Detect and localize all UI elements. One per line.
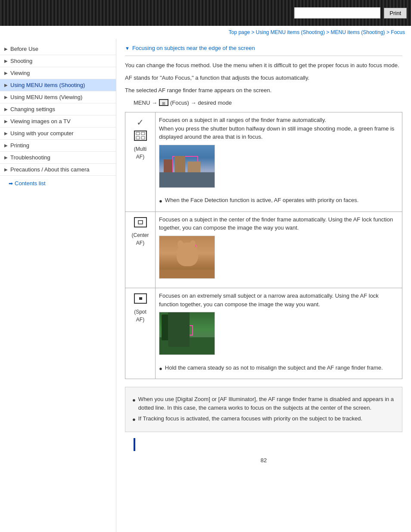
breadcrumb-menu-items[interactable]: MENU items (Shooting) xyxy=(331,29,385,35)
sidebar-label: Viewing xyxy=(10,70,30,76)
breadcrumb-top[interactable]: Top page xyxy=(229,29,250,35)
multi-af-description: Focuses on a subject in all ranges of th… xyxy=(156,112,402,212)
cat-image xyxy=(159,236,215,279)
af-icon-cell-center: (CenterAF) xyxy=(125,212,156,288)
sidebar-arrow xyxy=(4,119,8,124)
sidebar-item-precautions[interactable]: Precautions / About this camera xyxy=(0,164,116,176)
svg-rect-2 xyxy=(141,132,145,135)
sidebar-item-changing-settings[interactable]: Changing settings xyxy=(0,103,116,115)
sidebar-arrow xyxy=(4,155,8,160)
sidebar-item-using-menu-shooting[interactable]: Using MENU items (Shooting) xyxy=(0,79,116,91)
svg-rect-3 xyxy=(136,137,140,139)
focus-icon: ⊞ xyxy=(159,99,168,106)
sidebar-item-viewing-tv[interactable]: Viewing images on a TV xyxy=(0,115,116,128)
note-box: ● When you use [Digital Zoom] or [AF Ill… xyxy=(125,387,402,432)
center-af-label: (CenterAF) xyxy=(129,231,152,247)
search-input[interactable] xyxy=(294,7,380,19)
sidebar-label: Viewing images on a TV xyxy=(10,118,71,124)
sidebar-arrow xyxy=(4,71,8,75)
sidebar-item-using-computer[interactable]: Using with your computer xyxy=(0,128,116,140)
sidebar-label: Printing xyxy=(10,142,29,149)
sidebar-label: Using MENU items (Shooting) xyxy=(10,82,85,88)
menu-text-2: (Focus) → desired mode xyxy=(170,100,232,106)
menu-formula: MENU → ⊞ (Focus) → desired mode xyxy=(134,99,402,106)
sidebar-arrow xyxy=(4,131,8,136)
green-image xyxy=(159,312,215,355)
check-mark: ✓ xyxy=(129,116,152,129)
sidebar-label: Using with your computer xyxy=(10,130,74,137)
bottom-bar xyxy=(134,438,135,451)
spot-af-icon xyxy=(134,293,147,304)
center-af-icon xyxy=(134,217,147,227)
svg-rect-6 xyxy=(138,221,143,224)
multi-af-label: (MultiAF) xyxy=(129,145,152,161)
sidebar-item-before-use[interactable]: Before Use xyxy=(0,43,116,55)
intro-text-1: You can change the focus method. Use the… xyxy=(125,61,402,70)
sidebar-label: Troubleshooting xyxy=(10,154,50,161)
breadcrumb: Top page > Using MENU items (Shooting) >… xyxy=(0,26,411,39)
breadcrumb-using-menu[interactable]: Using MENU items (Shooting) xyxy=(256,29,325,35)
venice-image xyxy=(159,145,215,188)
note-bullet-1: ● When you use [Digital Zoom] or [AF Ill… xyxy=(132,395,395,412)
sidebar-arrow xyxy=(4,167,8,172)
sidebar-arrow xyxy=(4,95,8,100)
menu-text: MENU → xyxy=(134,100,157,106)
divider xyxy=(125,56,402,56)
af-icon-cell-spot: (SpotAF) xyxy=(125,288,156,379)
table-row: (CenterAF) Focuses on a subject in the c… xyxy=(125,212,402,288)
multi-af-icon xyxy=(134,131,147,141)
af-icon-cell-multi: ✓ (MultiAF) xyxy=(125,112,156,212)
center-af-description: Focuses on a subject in the center of th… xyxy=(156,212,402,288)
sidebar-arrow xyxy=(4,143,8,148)
sidebar-label: Using MENU items (Viewing) xyxy=(10,94,82,100)
spot-af-bullet: ● Hold the camera steady so as not to mi… xyxy=(159,364,399,373)
sidebar-label: Precautions / About this camera xyxy=(10,166,90,173)
svg-rect-5 xyxy=(134,218,146,227)
print-button[interactable]: Print xyxy=(384,8,407,19)
spot-af-description: Focuses on an extremely small subject or… xyxy=(156,288,402,379)
page-number: 82 xyxy=(125,453,402,468)
content-area: Focusing on subjects near the edge of th… xyxy=(116,39,411,532)
svg-rect-8 xyxy=(139,297,142,300)
intro-text-2: AF stands for "Auto Focus," a function t… xyxy=(125,74,402,83)
svg-rect-4 xyxy=(141,137,145,139)
spot-af-label: (SpotAF) xyxy=(129,308,152,324)
section-heading: Focusing on subjects near the edge of th… xyxy=(125,45,402,51)
af-modes-table: ✓ (MultiAF) F xyxy=(125,112,402,379)
sidebar-item-viewing[interactable]: Viewing xyxy=(0,67,116,79)
table-row: ✓ (MultiAF) F xyxy=(125,112,402,212)
sidebar-arrow xyxy=(4,59,8,63)
contents-list-link[interactable]: Contents list xyxy=(9,180,112,187)
sidebar-item-printing[interactable]: Printing xyxy=(0,140,116,152)
sidebar-arrow xyxy=(4,83,8,87)
sidebar-label: Changing settings xyxy=(10,106,55,112)
page-header: Print xyxy=(0,0,411,26)
sidebar-arrow xyxy=(4,47,8,51)
sidebar-arrow xyxy=(4,107,8,112)
table-row: (SpotAF) Focuses on an extremely small s… xyxy=(125,288,402,379)
sidebar: Before Use Shooting Viewing Using MENU i… xyxy=(0,39,116,532)
note-bullet-2: ● If Tracking focus is activated, the ca… xyxy=(132,414,395,424)
svg-rect-1 xyxy=(136,132,140,135)
sidebar-item-shooting[interactable]: Shooting xyxy=(0,55,116,67)
breadcrumb-focus[interactable]: Focus xyxy=(391,29,405,35)
sidebar-item-troubleshooting[interactable]: Troubleshooting xyxy=(0,152,116,164)
sidebar-label: Before Use xyxy=(10,46,38,52)
sidebar-contents-link-area: Contents list xyxy=(0,176,116,188)
intro-text-3: The selected AF range finder frame appea… xyxy=(125,86,402,95)
sidebar-label: Shooting xyxy=(10,58,32,64)
sidebar-item-using-menu-viewing[interactable]: Using MENU items (Viewing) xyxy=(0,91,116,103)
multi-af-bullet: ● When the Face Detection function is ac… xyxy=(159,196,399,205)
